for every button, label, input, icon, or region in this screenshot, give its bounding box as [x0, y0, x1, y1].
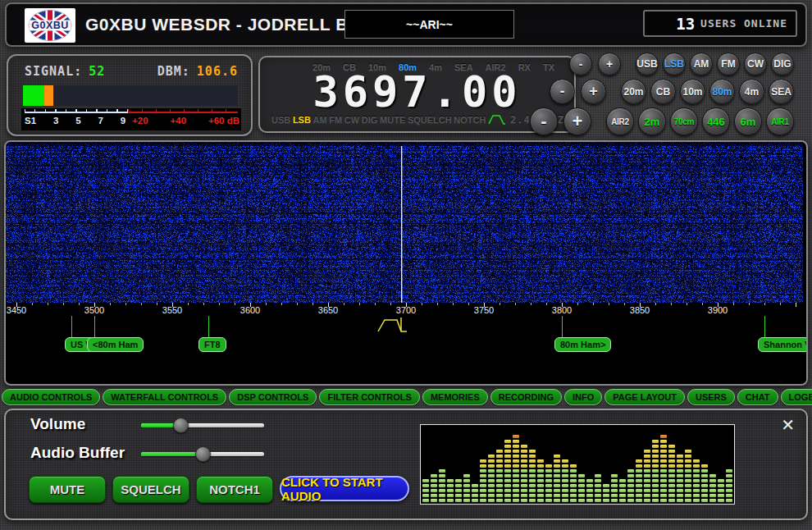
equalizer-cell — [439, 499, 445, 502]
equalizer-cell — [619, 484, 626, 487]
equalizer-cell — [693, 474, 700, 477]
equalizer-cell — [480, 469, 486, 473]
equalizer-cell — [463, 484, 470, 487]
button-fm[interactable]: FM — [717, 53, 740, 75]
button-sea[interactable]: SEA — [769, 79, 794, 104]
marker-label-80m-ham-[interactable]: 80m Ham> — [554, 337, 611, 352]
freq-step-down-button[interactable]: - — [530, 107, 558, 135]
tab-logbook[interactable]: LOGBOOK — [781, 389, 812, 405]
equalizer-cell — [545, 489, 552, 492]
equalizer-cell — [529, 459, 536, 463]
button-6m[interactable]: 6m — [734, 107, 762, 135]
equalizer-cell — [619, 494, 626, 497]
scale-tick — [188, 303, 189, 305]
button-air1[interactable]: AIR1 — [766, 107, 794, 135]
equalizer-cell — [488, 455, 495, 458]
notch1-button[interactable]: NOTCH1 — [196, 476, 273, 503]
scale-tick — [609, 303, 609, 305]
equalizer-cell — [595, 499, 601, 502]
equalizer-cell — [439, 484, 445, 487]
tab-memories[interactable]: MEMORIES — [422, 389, 488, 405]
marker-label-ft8[interactable]: FT8 — [198, 337, 226, 352]
tab-waterfall-controls[interactable]: WATERFALL CONTROLS — [103, 389, 226, 405]
tab-chat[interactable]: CHAT — [737, 389, 778, 405]
equalizer-cell — [545, 474, 552, 477]
equalizer-cell — [603, 494, 609, 497]
frequency-scale[interactable]: 3450350035503600365037003750380038503900 — [6, 303, 806, 316]
squelch-button[interactable]: SQUELCH — [112, 476, 189, 503]
tab-recording[interactable]: RECORDING — [490, 389, 562, 405]
button-lsb[interactable]: LSB — [663, 53, 686, 75]
tab-audio-controls[interactable]: AUDIO CONTROLS — [2, 389, 100, 405]
equalizer-cell — [431, 479, 437, 482]
equalizer-cell — [488, 469, 495, 473]
equalizer-cell — [545, 484, 552, 487]
equalizer-cell — [644, 469, 650, 473]
scale-tick — [344, 303, 344, 305]
freq-step-down-button[interactable]: - — [569, 53, 592, 75]
marker-label--80m-ham[interactable]: <80m Ham — [87, 337, 144, 352]
equalizer-column — [578, 474, 585, 502]
tab-page-layout[interactable]: PAGE LAYOUT — [604, 389, 685, 405]
scale-tick — [687, 303, 687, 305]
freq-step-down-button[interactable]: - — [550, 79, 575, 104]
button-usb[interactable]: USB — [636, 53, 659, 75]
audio-buffer-slider[interactable] — [141, 446, 264, 462]
button-cb[interactable]: CB — [650, 79, 676, 104]
volume-slider-thumb[interactable] — [173, 418, 189, 433]
scale-tick — [577, 303, 578, 305]
tab-users[interactable]: USERS — [687, 389, 735, 405]
button-2m[interactable]: 2m — [638, 107, 666, 135]
equalizer-cell — [668, 474, 675, 477]
freq-step-up-button[interactable]: + — [581, 79, 606, 104]
button-80m[interactable]: 80m — [709, 79, 735, 104]
equalizer-cell — [504, 499, 511, 502]
equalizer-cell — [562, 484, 568, 487]
equalizer-cell — [701, 499, 708, 502]
start-audio-button[interactable]: CLICK TO START AUDIO — [280, 476, 409, 501]
equalizer-column — [718, 479, 724, 502]
button-10m[interactable]: 10m — [680, 79, 705, 104]
close-icon[interactable]: ✕ — [781, 417, 795, 433]
button-dig[interactable]: DIG — [771, 53, 794, 75]
button-70cm[interactable]: 70cm — [670, 107, 698, 135]
button-cw[interactable]: CW — [744, 53, 767, 75]
equalizer-cell — [504, 479, 511, 482]
equalizer-cell — [537, 494, 544, 497]
signal-panel: SIGNAL: 52 DBM: 106.6 S13579 +20+40+60 d… — [7, 54, 253, 136]
header: G0XBU G0XBU WEBSDR - JODRELL BANK ~~ARI~… — [5, 2, 807, 47]
equalizer-column — [554, 455, 560, 502]
button-446[interactable]: 446 — [702, 107, 730, 135]
equalizer-cell — [709, 499, 716, 502]
s-meter-label: +40 — [171, 116, 187, 126]
marker-label-shannon-volmet[interactable]: Shannon Volmet — [758, 337, 808, 352]
mute-button[interactable]: MUTE — [29, 476, 106, 503]
band-mode-buttons: -+USBLSBAMFMCWDIG-+20mCB10m80m4mSEA-+AIR… — [541, 53, 794, 135]
equalizer-cell — [627, 479, 634, 482]
button-20m[interactable]: 20m — [621, 79, 646, 104]
audio-controls-panel: Volume Audio Buffer MUTE SQUELCH NOTCH1 … — [4, 409, 808, 520]
scale-tick — [235, 303, 235, 305]
volume-slider[interactable] — [141, 418, 264, 433]
marker-line — [764, 316, 765, 338]
equalizer-cell — [562, 474, 568, 477]
scale-tick — [79, 303, 80, 305]
equalizer-cell — [644, 479, 650, 482]
audio-buffer-slider-thumb[interactable] — [195, 446, 211, 462]
button-am[interactable]: AM — [690, 53, 713, 75]
equalizer-cell — [627, 469, 634, 473]
equalizer-cell — [619, 499, 626, 502]
tab-dsp-controls[interactable]: DSP CONTROLS — [229, 389, 317, 405]
freq-step-up-button[interactable]: + — [598, 53, 621, 75]
freq-step-up-button[interactable]: + — [563, 107, 591, 135]
equalizer-cell — [693, 489, 700, 492]
tab-filter-controls[interactable]: FILTER CONTROLS — [319, 389, 419, 405]
waterfall-display[interactable] — [6, 142, 803, 303]
equalizer-cell — [496, 469, 503, 473]
equalizer-cell — [529, 479, 536, 482]
equalizer-cell — [660, 469, 667, 473]
button-4m[interactable]: 4m — [739, 79, 764, 104]
button-air2[interactable]: AIR2 — [606, 107, 634, 135]
signal-meter-bar — [23, 85, 238, 106]
tab-info[interactable]: INFO — [564, 389, 602, 405]
